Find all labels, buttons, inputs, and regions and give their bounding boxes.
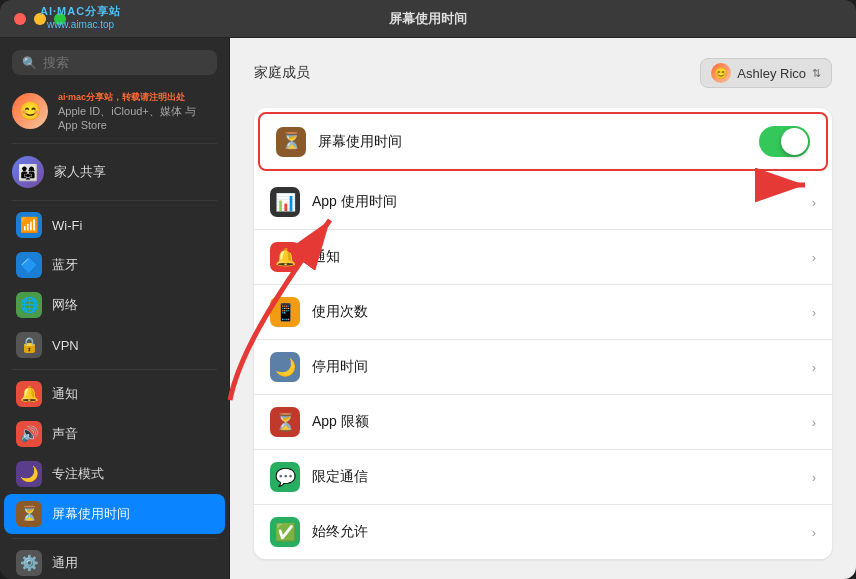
sidebar-item-label: Wi-Fi bbox=[52, 218, 82, 233]
sidebar-item-network[interactable]: 🌐 网络 bbox=[4, 285, 225, 325]
divider-4 bbox=[12, 538, 217, 539]
chevron-right-icon: › bbox=[812, 415, 816, 430]
notification-menu-icon: 🔔 bbox=[270, 242, 300, 272]
family-selector-dropdown[interactable]: 😊 Ashley Rico ⇅ bbox=[700, 58, 832, 88]
main-window: AI·MAC分享站 www.aimac.top 屏幕使用时间 🔍 😊 ai·ma… bbox=[0, 0, 856, 579]
chevron-updown-icon: ⇅ bbox=[812, 67, 821, 80]
sidebar-item-label: 屏幕使用时间 bbox=[52, 505, 130, 523]
minimize-button[interactable] bbox=[34, 13, 46, 25]
always-allow-icon: ✅ bbox=[270, 517, 300, 547]
menu-item-downtime[interactable]: 🌙 停用时间 › bbox=[254, 340, 832, 395]
general-icon: ⚙️ bbox=[16, 550, 42, 576]
menu-item-always-allow[interactable]: ✅ 始终允许 › bbox=[254, 505, 832, 559]
maximize-button[interactable] bbox=[54, 13, 66, 25]
selected-member-name: Ashley Rico bbox=[737, 66, 806, 81]
right-panel: 家庭成员 😊 Ashley Rico ⇅ ⏳ 屏幕使用时间 bbox=[230, 38, 856, 579]
profile-badge: ai·mac分享站，转载请注明出处 bbox=[58, 91, 217, 104]
sidebar-item-label: 声音 bbox=[52, 425, 78, 443]
close-button[interactable] bbox=[14, 13, 26, 25]
sidebar-item-family[interactable]: 👨‍👩‍👧 家人共享 bbox=[0, 148, 229, 196]
window-title: 屏幕使用时间 bbox=[389, 10, 467, 28]
main-content: 🔍 😊 ai·mac分享站，转载请注明出处 Apple ID、iCloud+、媒… bbox=[0, 38, 856, 579]
divider-1 bbox=[12, 143, 217, 144]
screen-time-toggle[interactable] bbox=[759, 126, 810, 157]
sidebar-item-label: 蓝牙 bbox=[52, 256, 78, 274]
menu-item-app-usage[interactable]: 📊 App 使用时间 › bbox=[254, 175, 832, 230]
menu-item-label: 通知 bbox=[312, 248, 812, 266]
app-usage-icon: 📊 bbox=[270, 187, 300, 217]
menu-item-label: 停用时间 bbox=[312, 358, 812, 376]
sidebar-item-focus[interactable]: 🌙 专注模式 bbox=[4, 454, 225, 494]
sidebar-item-label: VPN bbox=[52, 338, 79, 353]
family-label: 家人共享 bbox=[54, 163, 106, 181]
watermark-line1: AI·MAC分享站 bbox=[40, 4, 121, 19]
network-icon: 🌐 bbox=[16, 292, 42, 318]
sidebar-item-bluetooth[interactable]: 🔷 蓝牙 bbox=[4, 245, 225, 285]
sidebar-item-label: 通知 bbox=[52, 385, 78, 403]
menu-item-notification[interactable]: 🔔 通知 › bbox=[254, 230, 832, 285]
bluetooth-icon: 🔷 bbox=[16, 252, 42, 278]
selected-user-avatar: 😊 bbox=[711, 63, 731, 83]
menu-item-label: 使用次数 bbox=[312, 303, 812, 321]
profile-desc: Apple ID、iCloud+、媒体 与 App Store bbox=[58, 104, 217, 131]
watermark: AI·MAC分享站 www.aimac.top bbox=[40, 4, 121, 30]
limited-comm-icon: 💬 bbox=[270, 462, 300, 492]
screen-time-menu-icon: ⏳ bbox=[276, 127, 306, 157]
chevron-right-icon: › bbox=[812, 195, 816, 210]
sidebar-item-screen-time[interactable]: ⏳ 屏幕使用时间 bbox=[4, 494, 225, 534]
app-limit-icon: ⏳ bbox=[270, 407, 300, 437]
menu-item-app-limit[interactable]: ⏳ App 限额 › bbox=[254, 395, 832, 450]
menu-item-limited-comm[interactable]: 💬 限定通信 › bbox=[254, 450, 832, 505]
sound-icon: 🔊 bbox=[16, 421, 42, 447]
profile-item[interactable]: 😊 ai·mac分享站，转载请注明出处 Apple ID、iCloud+、媒体 … bbox=[0, 83, 229, 139]
divider-2 bbox=[12, 200, 217, 201]
vpn-icon: 🔒 bbox=[16, 332, 42, 358]
avatar: 😊 bbox=[12, 93, 48, 129]
sidebar-item-general[interactable]: ⚙️ 通用 bbox=[4, 543, 225, 579]
menu-section: ⏳ 屏幕使用时间 📊 App 使用时间 › 🔔 通知 › bbox=[254, 108, 832, 559]
divider-3 bbox=[12, 369, 217, 370]
sidebar-item-notification[interactable]: 🔔 通知 bbox=[4, 374, 225, 414]
wifi-icon: 📶 bbox=[16, 212, 42, 238]
search-bar[interactable]: 🔍 bbox=[12, 50, 217, 75]
usage-count-icon: 📱 bbox=[270, 297, 300, 327]
search-input[interactable] bbox=[43, 55, 207, 70]
sidebar-item-wifi[interactable]: 📶 Wi-Fi bbox=[4, 205, 225, 245]
notification-icon: 🔔 bbox=[16, 381, 42, 407]
search-icon: 🔍 bbox=[22, 56, 37, 70]
menu-item-label: 始终允许 bbox=[312, 523, 812, 541]
downtime-icon: 🌙 bbox=[270, 352, 300, 382]
menu-item-label: 屏幕使用时间 bbox=[318, 133, 759, 151]
focus-icon: 🌙 bbox=[16, 461, 42, 487]
menu-item-usage-count[interactable]: 📱 使用次数 › bbox=[254, 285, 832, 340]
menu-item-label: 限定通信 bbox=[312, 468, 812, 486]
sidebar-item-label: 通用 bbox=[52, 554, 78, 572]
profile-text: ai·mac分享站，转载请注明出处 Apple ID、iCloud+、媒体 与 … bbox=[58, 91, 217, 131]
screen-time-icon: ⏳ bbox=[16, 501, 42, 527]
titlebar: AI·MAC分享站 www.aimac.top 屏幕使用时间 bbox=[0, 0, 856, 38]
sidebar-item-label: 网络 bbox=[52, 296, 78, 314]
chevron-right-icon: › bbox=[812, 250, 816, 265]
sidebar: 🔍 😊 ai·mac分享站，转载请注明出处 Apple ID、iCloud+、媒… bbox=[0, 38, 230, 579]
menu-item-label: App 限额 bbox=[312, 413, 812, 431]
watermark-line2: www.aimac.top bbox=[40, 19, 121, 30]
menu-item-label: App 使用时间 bbox=[312, 193, 812, 211]
family-selector: 家庭成员 😊 Ashley Rico ⇅ bbox=[254, 58, 832, 88]
family-member-label: 家庭成员 bbox=[254, 64, 310, 82]
chevron-right-icon: › bbox=[812, 525, 816, 540]
sidebar-item-vpn[interactable]: 🔒 VPN bbox=[4, 325, 225, 365]
chevron-right-icon: › bbox=[812, 470, 816, 485]
toggle-knob bbox=[781, 128, 808, 155]
sidebar-item-label: 专注模式 bbox=[52, 465, 104, 483]
family-avatar: 👨‍👩‍👧 bbox=[12, 156, 44, 188]
chevron-right-icon: › bbox=[812, 305, 816, 320]
menu-item-screen-time[interactable]: ⏳ 屏幕使用时间 bbox=[258, 112, 828, 171]
sidebar-item-sound[interactable]: 🔊 声音 bbox=[4, 414, 225, 454]
chevron-right-icon: › bbox=[812, 360, 816, 375]
